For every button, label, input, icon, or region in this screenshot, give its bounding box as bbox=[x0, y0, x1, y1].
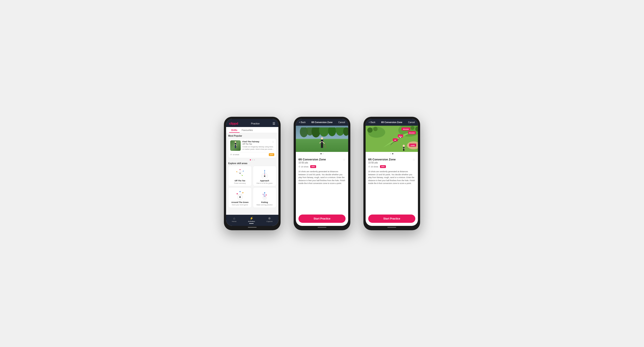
skill-card-putting[interactable]: Putting Make and lag practice bbox=[253, 187, 276, 208]
img-dot-3-1 bbox=[390, 153, 391, 154]
img-dot-1 bbox=[320, 153, 322, 154]
featured-card-inner: Find The Fairway Off The Tee Create an i… bbox=[230, 140, 274, 151]
drill-description: Create an imaginary fairway using trees … bbox=[242, 146, 274, 150]
featured-drill-card[interactable]: Find The Fairway Off The Tee Create an i… bbox=[228, 138, 276, 158]
atg-diagram bbox=[234, 189, 246, 200]
drill-info-section: 6ft Conversion Zone 10-50 yds ☆ ⏱ 20 sho… bbox=[296, 156, 348, 187]
svg-point-55 bbox=[373, 127, 378, 131]
shots-meta: ⏱ 20 shots bbox=[298, 166, 308, 168]
svg-point-27 bbox=[239, 196, 241, 198]
skill-grid: Off The Tee Power accuracy bbox=[228, 166, 276, 208]
drill-hero-image bbox=[296, 126, 348, 152]
phone-3: < Back 6ft Conversion Zone Cancel bbox=[364, 117, 420, 230]
drill-meta-3: ⏱ 20 shots ARG bbox=[368, 165, 415, 168]
skill-atg-desc: Hone your short game bbox=[232, 204, 248, 206]
nav-title: Practice bbox=[251, 122, 260, 125]
drill-footer-3: Start Practice bbox=[366, 212, 418, 226]
image-dots-3 bbox=[366, 152, 418, 156]
svg-point-12 bbox=[240, 169, 240, 170]
svg-rect-1 bbox=[235, 143, 236, 146]
drill-thumbnail bbox=[230, 140, 241, 151]
hamburger-icon[interactable]: ☰ bbox=[272, 122, 275, 125]
carousel-dots bbox=[228, 159, 276, 160]
svg-point-16 bbox=[264, 175, 265, 177]
back-button-3[interactable]: < Back bbox=[369, 121, 376, 124]
tab-drills[interactable]: Drills bbox=[229, 127, 240, 133]
ott-diagram bbox=[234, 168, 246, 179]
home-indicator-1 bbox=[248, 227, 256, 228]
svg-point-43 bbox=[321, 137, 323, 139]
golfer-figure bbox=[232, 141, 238, 150]
hero-golfer-svg bbox=[318, 137, 326, 150]
phone-1: clippd Practice ☰ Drills Favourites Most… bbox=[224, 117, 280, 230]
cancel-button[interactable]: Cancel bbox=[338, 121, 345, 124]
clock-icon: ⏱ bbox=[230, 154, 232, 156]
drill-thumb-image bbox=[230, 140, 241, 151]
svg-point-54 bbox=[367, 127, 372, 133]
svg-point-69 bbox=[403, 145, 405, 147]
skill-ott-name: Off The Tee bbox=[234, 180, 245, 182]
svg-rect-4 bbox=[235, 146, 236, 148]
image-dots bbox=[296, 152, 348, 156]
drill-title-block-3: 6ft Conversion Zone 10-50 yds bbox=[368, 158, 396, 164]
phone-1-screen: clippd Practice ☰ Drills Favourites Most… bbox=[226, 119, 278, 226]
svg-point-32 bbox=[266, 194, 267, 195]
nav-activities[interactable]: ⚡ Activities bbox=[248, 216, 255, 224]
nav-capture-label: Capture bbox=[266, 220, 272, 222]
dot-3 bbox=[254, 159, 255, 160]
skill-approach-name: Approach bbox=[260, 180, 269, 182]
skill-card-ott[interactable]: Off The Tee Power accuracy bbox=[228, 166, 252, 186]
drill-description: 20 shots are randomly generated at dista… bbox=[298, 170, 346, 185]
start-practice-button[interactable]: Start Practice bbox=[298, 214, 346, 223]
svg-text:ROUGH: ROUGH bbox=[403, 129, 409, 130]
tab-favourites[interactable]: Favourites bbox=[240, 127, 255, 133]
home-indicator-3 bbox=[388, 227, 396, 228]
clippd-logo: clippd bbox=[229, 122, 238, 125]
explore-section: Explore skill areas bbox=[228, 162, 276, 208]
svg-rect-74 bbox=[404, 149, 404, 151]
favorite-icon-3[interactable]: ☆ bbox=[412, 158, 415, 161]
nav-home[interactable]: ⌂ Home bbox=[232, 216, 236, 224]
home-icon: ⌂ bbox=[233, 216, 235, 220]
nav-capture[interactable]: ⊕ Capture bbox=[266, 216, 272, 224]
explore-label: Explore skill areas bbox=[228, 162, 276, 165]
svg-point-14 bbox=[243, 171, 244, 172]
img-dot-2 bbox=[322, 153, 324, 154]
phone-3-screen: < Back 6ft Conversion Zone Cancel bbox=[366, 119, 418, 226]
nav-home-label: Home bbox=[232, 220, 236, 222]
home-indicator-2 bbox=[318, 227, 326, 228]
course-map-svg: ROUGH ROUGH Hit Miss SAND bbox=[366, 126, 418, 152]
tabs-bar: Drills Favourites bbox=[226, 127, 278, 133]
favorite-icon[interactable]: ☆ bbox=[343, 158, 346, 161]
activities-icon: ⚡ bbox=[250, 216, 253, 220]
drill-map-image: ROUGH ROUGH Hit Miss SAND bbox=[366, 126, 418, 152]
skill-card-approach[interactable]: Approach Dial-in to hit the green bbox=[253, 166, 276, 186]
drill-meta: ⏱ 20 shots ARG bbox=[298, 165, 346, 168]
start-practice-button-3[interactable]: Start Practice bbox=[368, 214, 415, 223]
skill-card-atg[interactable]: Around The Green Hone your short game bbox=[228, 187, 252, 208]
shots-meta-3: ⏱ 20 shots bbox=[368, 166, 378, 168]
svg-point-39 bbox=[319, 127, 329, 137]
phone2-title: 6ft Conversion Zone bbox=[312, 121, 333, 124]
svg-point-21 bbox=[264, 174, 265, 175]
drill-info: Find The Fairway Off The Tee Create an i… bbox=[242, 140, 274, 150]
cancel-button-3[interactable]: Cancel bbox=[408, 121, 415, 124]
shots-info: ⏱ 10 shots bbox=[230, 154, 239, 156]
phone2-header: < Back 6ft Conversion Zone Cancel bbox=[296, 119, 348, 126]
svg-point-66 bbox=[400, 137, 401, 138]
active-indicator bbox=[249, 223, 254, 224]
back-button[interactable]: < Back bbox=[299, 121, 306, 124]
svg-point-42 bbox=[343, 127, 348, 136]
svg-point-0 bbox=[235, 141, 236, 143]
drill-title: Find The Fairway bbox=[242, 140, 274, 143]
skill-atg-name: Around The Green bbox=[231, 201, 248, 203]
shots-count: 10 shots bbox=[232, 154, 239, 156]
svg-text:ROUGH: ROUGH bbox=[409, 132, 415, 134]
skill-approach-desc: Dial-in to hit the green bbox=[256, 182, 272, 184]
svg-point-13 bbox=[236, 171, 237, 172]
drill-info-section-3: 6ft Conversion Zone 10-50 yds ☆ ⏱ 20 sho… bbox=[366, 156, 418, 187]
drill-description-3: 20 shots are randomly generated at dista… bbox=[368, 170, 415, 185]
favorite-button[interactable]: ☆ bbox=[272, 140, 274, 143]
svg-point-28 bbox=[264, 197, 266, 199]
svg-line-35 bbox=[265, 195, 266, 197]
